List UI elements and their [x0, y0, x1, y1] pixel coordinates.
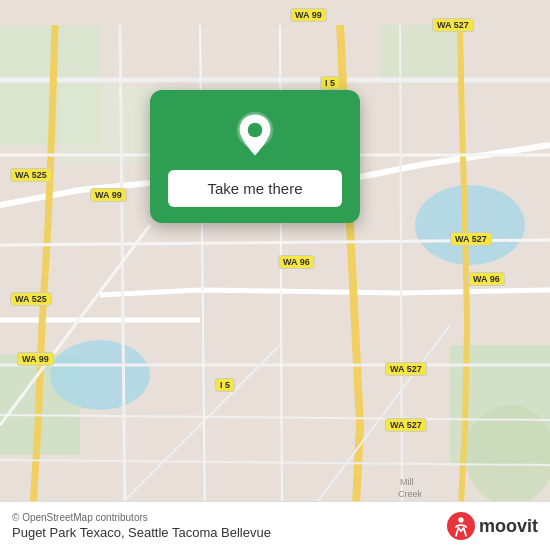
svg-point-28: [458, 517, 463, 522]
moovit-text: moovit: [479, 516, 538, 537]
map-background: Mill Creek: [0, 0, 550, 550]
take-me-there-button[interactable]: Take me there: [168, 170, 342, 207]
osm-credit: © OpenStreetMap contributors: [12, 512, 271, 523]
moovit-brand-icon: [447, 512, 475, 540]
svg-text:Mill: Mill: [400, 477, 414, 487]
svg-rect-7: [380, 25, 460, 85]
moovit-logo: moovit: [447, 512, 538, 540]
location-name: Puget Park Texaco, Seattle Tacoma Bellev…: [12, 525, 271, 540]
destination-card: Take me there: [150, 90, 360, 223]
svg-point-26: [248, 123, 263, 138]
bottom-left-info: © OpenStreetMap contributors Puget Park …: [12, 512, 271, 540]
svg-point-3: [415, 185, 525, 265]
location-pin-icon: [230, 110, 280, 160]
map-container: Mill Creek WA 99 WA 527 WA 525 WA 99 I 5…: [0, 0, 550, 550]
bottom-bar: © OpenStreetMap contributors Puget Park …: [0, 501, 550, 550]
svg-point-4: [50, 340, 150, 410]
svg-text:Creek: Creek: [398, 489, 423, 499]
